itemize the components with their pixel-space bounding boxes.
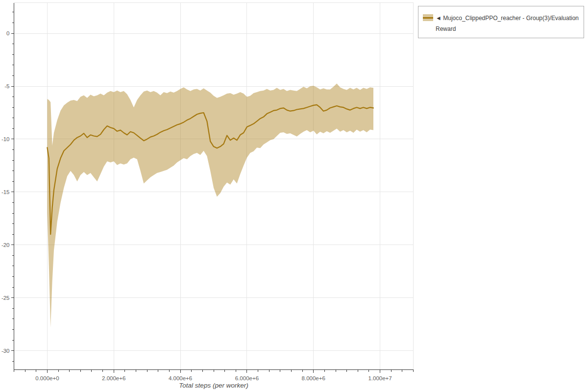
x-tick-label: 8.000e+6 <box>302 375 325 381</box>
x-axis-title: Total steps (per worker) <box>14 382 414 389</box>
legend-label: ◄ Mujoco_ClippedPPO_reacher - Group(3)/E… <box>436 13 579 34</box>
coach-dashboard-chart: 0.000e+02.000e+64.000e+66.000e+68.000e+6… <box>0 0 588 392</box>
x-tick-label: 2.000e+6 <box>102 375 125 381</box>
reward-chart-canvas: 0.000e+02.000e+64.000e+66.000e+68.000e+6… <box>0 0 588 392</box>
x-tick-label: 4.000e+6 <box>169 375 192 381</box>
series-line-icon <box>423 17 433 19</box>
x-tick-label: 6.000e+6 <box>235 375 259 381</box>
y-tick-label: -15 <box>1 189 10 195</box>
y-tick-label: -25 <box>1 295 10 301</box>
y-tick-label: -30 <box>1 348 10 354</box>
y-tick-label: -10 <box>1 136 10 142</box>
legend-label-line1: ◄ Mujoco_ClippedPPO_reacher - Group(3)/E… <box>436 13 579 24</box>
x-tick-label: 0.000e+0 <box>35 375 59 381</box>
x-tick-label: 1.000e+7 <box>368 375 392 381</box>
legend-label-line2: Reward <box>436 24 579 34</box>
series-swatch-icon <box>423 14 433 21</box>
y-tick-label: -5 <box>4 83 9 89</box>
plot-area[interactable] <box>14 3 414 370</box>
legend: ◄ Mujoco_ClippedPPO_reacher - Group(3)/E… <box>418 6 584 38</box>
y-tick-label: -20 <box>1 242 10 248</box>
y-tick-label: 0 <box>6 30 9 36</box>
legend-item[interactable]: ◄ Mujoco_ClippedPPO_reacher - Group(3)/E… <box>423 13 579 34</box>
